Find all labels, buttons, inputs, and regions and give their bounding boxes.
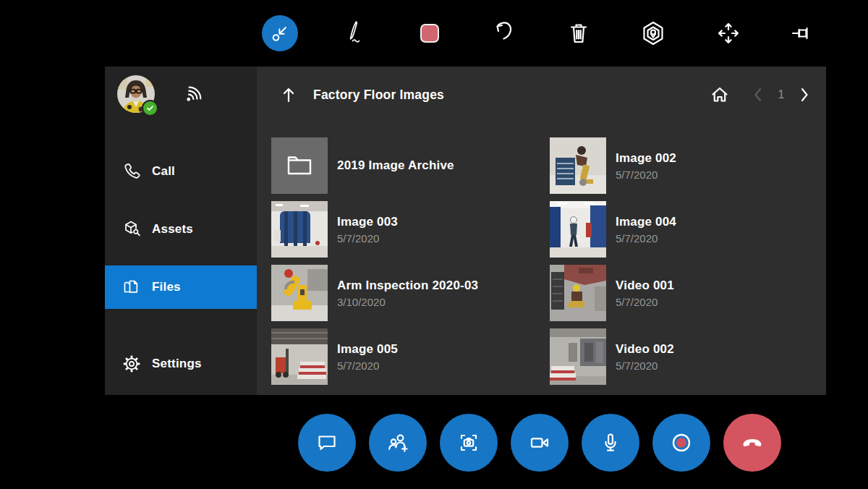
location-marker-icon	[637, 17, 669, 49]
file-name: Video 001	[616, 278, 674, 293]
previous-page-button[interactable]	[751, 86, 765, 103]
image-thumbnail	[550, 201, 606, 258]
end-call-button[interactable]	[723, 414, 781, 472]
pushpin-icon	[787, 17, 819, 49]
record-icon	[668, 430, 694, 456]
up-arrow-icon	[278, 85, 299, 105]
delete-button[interactable]	[561, 15, 597, 51]
file-date: 5/7/2020	[616, 296, 674, 308]
file-item-image-002[interactable]: Image 002 5/7/2020	[550, 134, 828, 197]
home-button[interactable]	[710, 85, 729, 104]
chevron-left-icon	[751, 86, 765, 103]
file-date: 5/7/2020	[337, 232, 398, 244]
file-item-image-004[interactable]: Image 004 5/7/2020	[550, 197, 828, 261]
file-name: Image 005	[337, 341, 398, 357]
video-thumbnail	[550, 328, 606, 385]
folder-title: Factory Floor Images	[313, 88, 444, 103]
sidebar-item-label: Assets	[152, 222, 193, 237]
file-name: Arm Inspection 2020-03	[337, 278, 478, 293]
gear-icon	[122, 354, 142, 374]
user-row	[117, 75, 204, 113]
arrow-annotation-button[interactable]	[262, 15, 298, 51]
file-name: Image 003	[337, 214, 398, 229]
color-picker-button[interactable]	[412, 15, 448, 51]
file-name: 2019 Image Archive	[337, 158, 454, 173]
take-photo-button[interactable]	[440, 414, 498, 472]
sidebar-item-call[interactable]: Call	[105, 150, 257, 193]
file-item-video-002[interactable]: Video 002 5/7/2020	[550, 325, 828, 388]
undo-button[interactable]	[486, 15, 522, 51]
move-button[interactable]	[710, 15, 746, 51]
trash-icon	[563, 17, 595, 49]
file-item-video-001[interactable]: Video 001 5/7/2020	[550, 261, 828, 325]
image-thumbnail	[271, 328, 328, 385]
phone-icon	[122, 161, 142, 182]
sidebar-item-label: Files	[152, 280, 181, 294]
sidebar-item-settings[interactable]: Settings	[105, 342, 257, 386]
file-name: Video 002	[616, 341, 674, 357]
add-participant-button[interactable]	[369, 414, 427, 472]
next-page-button[interactable]	[797, 86, 812, 103]
file-panel: Factory Floor Images	[257, 67, 826, 395]
add-person-icon	[385, 430, 411, 456]
sidebar-item-label: Settings	[152, 357, 202, 371]
file-panel-header: Factory Floor Images	[257, 80, 826, 110]
hang-up-icon	[739, 430, 765, 456]
ink-annotation-button[interactable]	[336, 15, 373, 51]
chat-bubble-icon	[314, 430, 340, 456]
file-item-image-005[interactable]: Image 005 5/7/2020	[271, 325, 550, 388]
wifi-signal-icon	[181, 84, 204, 107]
move-arrows-icon	[712, 17, 744, 49]
pin-button[interactable]	[785, 15, 821, 51]
file-date: 5/7/2020	[616, 232, 676, 244]
navigate-up-button[interactable]	[278, 85, 299, 105]
video-thumbnail	[550, 265, 606, 321]
undo-icon	[488, 17, 520, 49]
file-name: Image 002	[616, 150, 676, 166]
video-camera-icon	[527, 430, 553, 456]
call-controls-bar	[298, 414, 781, 472]
file-item-archive-folder[interactable]: 2019 Image Archive	[271, 134, 550, 197]
file-grid: 2019 Image Archive Image 00	[257, 134, 826, 388]
sidebar-item-assets[interactable]: Assets	[105, 208, 257, 251]
file-item-image-003[interactable]: Image 003 5/7/2020	[271, 197, 550, 261]
file-name: Image 004	[616, 214, 676, 229]
ink-pen-icon	[339, 17, 370, 49]
color-swatch-icon	[420, 24, 439, 43]
folder-thumbnail	[271, 137, 328, 194]
video-camera-button[interactable]	[511, 414, 569, 472]
record-button[interactable]	[652, 414, 710, 472]
file-date: 5/7/2020	[337, 360, 398, 372]
image-thumbnail	[271, 265, 328, 321]
file-date: 5/7/2020	[616, 360, 674, 372]
sidebar-item-label: Call	[152, 164, 175, 179]
files-icon	[122, 277, 142, 297]
page-number: 1	[777, 88, 786, 101]
avatar[interactable]	[117, 75, 155, 113]
pagination: 1	[710, 85, 812, 104]
microphone-icon	[597, 430, 624, 456]
file-item-arm-inspection[interactable]: Arm Inspection 2020-03 3/10/2020	[271, 261, 550, 325]
home-icon	[710, 85, 729, 104]
image-thumbnail	[550, 137, 606, 194]
file-date: 5/7/2020	[616, 169, 676, 181]
arrow-annotation-icon	[269, 22, 291, 44]
chevron-right-icon	[797, 86, 812, 103]
presence-online-badge	[142, 100, 158, 116]
sidebar-item-files[interactable]: Files	[105, 265, 257, 309]
microphone-button[interactable]	[582, 414, 639, 472]
sidebar: Call Assets Files	[105, 67, 257, 395]
annotation-toolbar	[257, 0, 826, 67]
asset-box-wrench-icon	[122, 219, 142, 239]
chat-button[interactable]	[298, 414, 356, 472]
camera-capture-icon	[456, 430, 482, 456]
file-date: 3/10/2020	[337, 296, 478, 308]
image-thumbnail	[271, 201, 328, 258]
spatial-marker-button[interactable]	[635, 15, 671, 51]
